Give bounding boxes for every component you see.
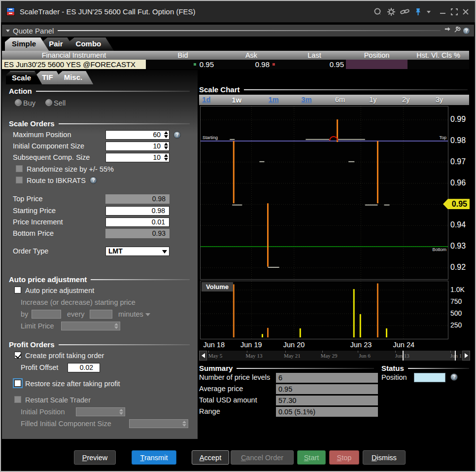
order-tabs: Scale TIF Misc. [6, 71, 87, 84]
restart-checkbox[interactable] [14, 396, 21, 403]
volume-axis-label: 750 [450, 297, 462, 305]
period-1d[interactable]: 1d [202, 96, 210, 104]
start-button[interactable]: Start [297, 450, 326, 465]
randomize-checkbox[interactable] [16, 165, 23, 172]
position-cell[interactable] [346, 60, 408, 69]
range-label: Range [199, 407, 220, 415]
transmit-button[interactable]: Transmit [132, 450, 176, 465]
col-ask[interactable]: Ask [220, 51, 283, 60]
stop-button[interactable]: Stop [329, 450, 359, 465]
col-financial-instrument[interactable]: Financial Instrument [2, 51, 146, 60]
quote-row[interactable]: ES Jun30'25 5600 YES @FORECASTX 0.95 0.9… [2, 60, 469, 69]
average-price-label: Average price [199, 385, 243, 393]
auto-price-checkbox[interactable] [14, 287, 21, 293]
price-increment-row: Price Increment 0.01 [2, 218, 198, 227]
subsequent-comp-spinner[interactable] [164, 154, 168, 161]
quote-panel-help-icon[interactable]: ? [463, 27, 470, 35]
scrollbar-date: Jun 13 [395, 353, 409, 359]
scrollbar-date: Jun 6 [359, 353, 371, 359]
tab-combo[interactable]: Combo [69, 37, 114, 51]
action-header: Action [9, 87, 32, 95]
pin-icon[interactable] [414, 8, 422, 16]
restore-size-checkbox[interactable] [14, 380, 21, 387]
scrollbar-thumb-edge[interactable] [455, 351, 456, 361]
profit-offset-label: Profit Offset [21, 363, 58, 371]
settings-gear-icon[interactable] [387, 7, 396, 16]
subsequent-comp-input[interactable]: 10 [105, 153, 170, 162]
average-price-row: Average price 0.95 [199, 384, 378, 394]
bid-up-marker-icon [194, 63, 196, 66]
randomize-label: Randomize size by +/- 55% [27, 165, 114, 173]
scrollbar-thumb-edge[interactable] [403, 351, 404, 361]
route-ibkrats-help-icon[interactable]: ? [90, 177, 97, 184]
buy-radio[interactable] [15, 99, 22, 106]
x-axis-label-jun-23: Jun 23 [350, 341, 372, 349]
col-bid[interactable]: Bid [146, 51, 220, 60]
scrollbar-thumb[interactable] [403, 351, 455, 361]
hst-vl-cls-cell[interactable] [408, 60, 469, 69]
route-ibkrats-label: Route to IBKRATS [27, 177, 86, 184]
initial-component-spinner[interactable] [164, 143, 168, 149]
accept-button[interactable]: Accept [192, 450, 229, 465]
auto-price-header: Auto price adjustment [9, 275, 87, 284]
maximum-position-spinner[interactable] [164, 131, 168, 138]
buy-label: Buy [23, 99, 35, 107]
period-1w[interactable]: 1w [232, 96, 241, 104]
auto-price-label: Auto price adjustment [25, 287, 94, 294]
minimize-icon[interactable] [440, 8, 446, 15]
cancel-order-button[interactable]: Cancel Order [231, 450, 294, 465]
quote-panel-title: Quote Panel [13, 27, 54, 35]
instrument-cell[interactable]: ES Jun30'25 5600 YES @FORECASTX [2, 60, 146, 69]
profit-offset-input[interactable]: 0.02 [68, 363, 100, 372]
dismiss-button[interactable]: Dismiss [363, 450, 406, 465]
tab-scale[interactable]: Scale [6, 71, 42, 84]
initial-component-input[interactable]: 10 [105, 142, 170, 151]
chart-scrollbar[interactable]: May 5May 13May 21May 29Jun 6Jun 13Jun 17 [199, 351, 470, 361]
volume-chart[interactable]: Volume [200, 281, 448, 339]
pin-dropdown-icon[interactable] [426, 10, 431, 14]
bid-cell[interactable]: 0.95 [146, 60, 220, 69]
scrollbar-date: May 13 [245, 353, 262, 359]
create-profit-checkbox[interactable] [14, 352, 21, 359]
link-icon[interactable] [400, 8, 410, 16]
status-help-icon[interactable]: ? [450, 373, 458, 381]
by-amount-input [32, 310, 61, 319]
starting-price-input[interactable]: 0.98 [105, 206, 170, 216]
price-axis-label: 0.93 [450, 242, 466, 251]
scroll-right-icon[interactable] [462, 351, 470, 361]
layout-swap-icon[interactable] [444, 26, 452, 35]
col-last[interactable]: Last [283, 51, 346, 60]
period-1m[interactable]: 1m [269, 96, 279, 104]
chat-icon[interactable] [374, 7, 382, 16]
price-chart[interactable]: StartingTopBottom [200, 106, 448, 280]
last-cell[interactable]: 0.95 [283, 60, 346, 69]
wrench-icon[interactable] [454, 26, 461, 35]
total-usd-label: Total USD amount [199, 396, 257, 404]
tab-misc[interactable]: Misc. [58, 71, 94, 84]
order-type-select[interactable]: LMT [105, 247, 170, 256]
price-axis-label: 0.92 [450, 263, 466, 272]
maximum-position-help-icon[interactable]: ? [173, 131, 181, 139]
col-hst-vl-cls[interactable]: Hst. Vl. Cls % [408, 51, 469, 60]
price-increment-input[interactable]: 0.01 [105, 218, 170, 227]
preview-button[interactable]: Preview [74, 450, 116, 465]
period-3m[interactable]: 3m [302, 96, 312, 104]
route-ibkrats-checkbox[interactable] [16, 177, 23, 183]
price-axis-label: 0.99 [450, 115, 466, 124]
scrollbar-date: May 29 [321, 353, 338, 359]
sell-radio[interactable] [45, 99, 52, 106]
price-levels-label: Number of price levels [199, 373, 270, 381]
scroll-left-icon[interactable] [199, 351, 207, 361]
scrollbar-track[interactable]: May 5May 13May 21May 29Jun 6Jun 13Jun 17 [207, 351, 462, 361]
maximum-position-input[interactable]: 60 [105, 130, 170, 140]
starting-price-label: Starting Price [13, 207, 56, 215]
tab-simple[interactable]: Simple [5, 37, 49, 51]
maximize-icon[interactable] [451, 8, 458, 15]
status-position-field [414, 373, 445, 382]
col-position[interactable]: Position [346, 51, 408, 60]
order-panel: Scale TIF Misc. Action Buy Sell Scale Or… [2, 70, 198, 439]
close-icon[interactable] [462, 8, 469, 15]
initial-position-label: Initial Position [21, 408, 65, 416]
ask-cell[interactable]: 0.98 [220, 60, 283, 69]
collapse-arrow-icon[interactable] [6, 30, 10, 32]
